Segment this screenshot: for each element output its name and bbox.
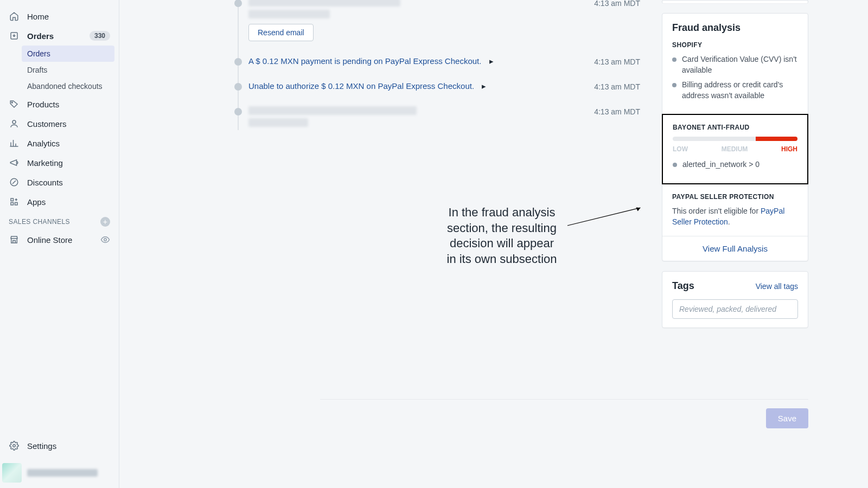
chevron-right-icon: ▸ (482, 81, 486, 91)
risk-meter (673, 137, 797, 141)
timeline-text: A $ 0.12 MXN payment is pending on PayPa… (248, 56, 494, 66)
redacted-text (248, 10, 330, 18)
nav-apps-label: Apps (27, 197, 46, 207)
fraud-indicator: Billing address or credit card's address… (672, 80, 798, 101)
fraud-indicator: Card Verification Value (CVV) isn't avai… (672, 54, 798, 75)
risk-labels: LOW MEDIUM HIGH (673, 145, 797, 153)
paypal-protection-text: This order isn't eligible for PayPal Sel… (672, 206, 798, 227)
svg-point-2 (12, 120, 16, 124)
bayonet-section: BAYONET ANTI-FRAUD LOW MEDIUM HIGH alert… (662, 114, 808, 184)
sidebar: Home Orders 330 Orders Drafts Abandoned … (0, 0, 119, 488)
nav-orders-label: Orders (27, 31, 54, 41)
orders-subnav: Orders Drafts Abandoned checkouts (0, 46, 119, 94)
svg-marker-10 (636, 207, 640, 211)
save-button[interactable]: Save (766, 408, 808, 428)
home-icon (9, 11, 20, 22)
nav-customers[interactable]: Customers (0, 114, 119, 133)
nav-products[interactable]: Products (0, 94, 119, 114)
view-full-analysis-link[interactable]: View Full Analysis (662, 236, 808, 261)
svg-point-8 (13, 445, 16, 447)
store-avatar (2, 463, 22, 483)
risk-low-label: LOW (673, 145, 688, 153)
tags-title: Tags (672, 280, 694, 292)
gear-icon (9, 440, 20, 451)
view-store-icon[interactable] (100, 235, 110, 245)
svg-rect-6 (11, 203, 14, 206)
nav-analytics-label: Analytics (27, 139, 60, 148)
marketing-icon (9, 157, 20, 168)
nav-orders[interactable]: Orders 330 (0, 26, 119, 46)
bullet-dot-icon (673, 163, 677, 167)
fraud-indicator: alerted_in_network > 0 (673, 159, 797, 170)
svg-rect-4 (11, 198, 14, 201)
svg-point-1 (11, 102, 12, 103)
nav-home-label: Home (27, 12, 49, 21)
view-all-tags-link[interactable]: View all tags (756, 282, 798, 291)
redacted-text (248, 118, 308, 127)
nav-settings-label: Settings (27, 441, 56, 451)
nav-marketing-label: Marketing (27, 158, 63, 168)
resend-email-button[interactable]: Resend email (248, 24, 314, 41)
risk-fill-high (756, 137, 797, 141)
nav-marketing[interactable]: Marketing (0, 153, 119, 172)
timeline-dot (234, 83, 242, 91)
bullet-dot-icon (672, 83, 676, 87)
timeline-time: 4:13 am MDT (594, 0, 640, 8)
svg-line-9 (567, 208, 640, 226)
nav-discounts[interactable]: Discounts (0, 172, 119, 192)
subnav-orders[interactable]: Orders (22, 46, 114, 62)
nav-analytics[interactable]: Analytics (0, 133, 119, 153)
svg-rect-5 (15, 203, 18, 206)
bayonet-subhead: BAYONET ANTI-FRAUD (673, 124, 797, 131)
timeline-time: 4:13 am MDT (594, 107, 640, 116)
risk-medium-label: MEDIUM (722, 145, 748, 153)
timeline-dot (234, 0, 242, 7)
subnav-abandoned[interactable]: Abandoned checkouts (27, 78, 119, 94)
subnav-drafts[interactable]: Drafts (27, 62, 119, 78)
nav-apps[interactable]: Apps (0, 192, 119, 211)
orders-badge: 330 (90, 31, 110, 41)
add-channel-icon[interactable]: + (100, 217, 110, 227)
nav-online-store[interactable]: Online Store (0, 230, 119, 249)
nav-customers-label: Customers (27, 119, 67, 129)
sales-channels-label: SALES CHANNELS (9, 218, 70, 226)
tags-card: Tags View all tags (662, 271, 808, 328)
sales-channels-header: SALES CHANNELS + (0, 211, 119, 230)
discounts-icon (9, 177, 20, 188)
redacted-text (248, 0, 400, 7)
save-bar: Save (320, 399, 808, 428)
orders-icon (9, 30, 20, 41)
right-column: Fraud analysis SHOPIFY Card Verification… (662, 0, 808, 338)
risk-high-label: HIGH (781, 145, 797, 153)
card-slice (662, 0, 808, 3)
bullet-dot-icon (672, 57, 676, 62)
annotation-text: In the fraud analysis section, the resul… (445, 205, 559, 267)
order-timeline: 4:13 am MDT Resend email 4:13 am MDT A $… (233, 0, 537, 136)
svg-point-7 (104, 239, 107, 241)
nav-discounts-label: Discounts (27, 178, 63, 187)
store-icon (9, 234, 20, 245)
timeline-item: 4:13 am MDT (233, 106, 537, 127)
analytics-icon (9, 138, 20, 149)
timeline-time: 4:13 am MDT (594, 82, 640, 91)
paypal-subhead: PAYPAL SELLER PROTECTION (672, 193, 798, 201)
redacted-text (248, 106, 417, 115)
nav-online-store-label: Online Store (27, 235, 72, 245)
nav-products-label: Products (27, 100, 59, 109)
nav-settings[interactable]: Settings (0, 436, 119, 455)
shopify-subhead: SHOPIFY (672, 41, 798, 49)
store-name-redacted (27, 469, 98, 477)
apps-icon (9, 196, 20, 207)
store-switcher[interactable] (0, 458, 119, 488)
timeline-item[interactable]: Unable to authorize $ 0.12 MXN on PayPal… (233, 81, 537, 91)
timeline-dot (234, 108, 242, 115)
nav-home[interactable]: Home (0, 7, 119, 26)
fraud-analysis-card: Fraud analysis SHOPIFY Card Verification… (662, 13, 808, 261)
timeline-item[interactable]: A $ 0.12 MXN payment is pending on PayPa… (233, 56, 537, 66)
chevron-right-icon: ▸ (489, 56, 494, 66)
timeline-text: Unable to authorize $ 0.12 MXN on PayPal… (248, 81, 486, 91)
timeline-time: 4:13 am MDT (594, 57, 640, 66)
annotation-arrow (558, 206, 655, 228)
main-content: 4:13 am MDT Resend email 4:13 am MDT A $… (119, 0, 868, 488)
tags-input[interactable] (672, 299, 798, 319)
